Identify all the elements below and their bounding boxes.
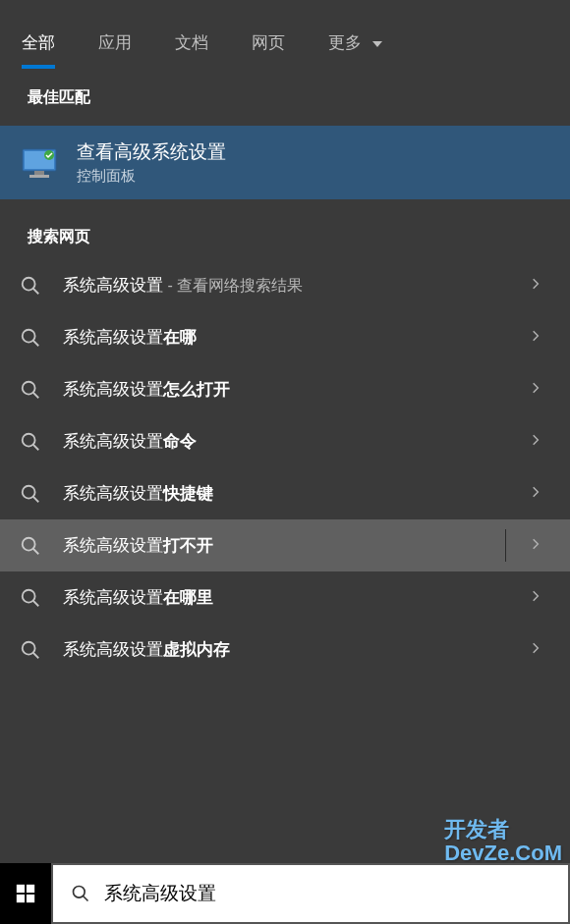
result-text: 系统高级设置在哪	[63, 326, 529, 349]
best-match-text: 查看高级系统设置 控制面板	[77, 139, 226, 186]
expand-button[interactable]	[529, 327, 542, 348]
section-web-search: 搜索网页	[0, 205, 570, 259]
svg-rect-4	[29, 175, 49, 178]
search-result-item[interactable]: 系统高级设置在哪	[0, 311, 570, 363]
search-box[interactable]	[51, 863, 570, 924]
result-text: 系统高级设置怎么打开	[63, 378, 529, 401]
search-panel: 全部 应用 文档 网页 更多 最佳匹配 查看高级系统设置 控制面板 搜索网页	[0, 0, 570, 676]
svg-rect-3	[34, 171, 44, 175]
svg-rect-21	[17, 885, 25, 893]
svg-point-13	[23, 485, 35, 498]
chevron-right-icon	[529, 641, 542, 655]
svg-point-11	[23, 433, 35, 446]
monitor-icon	[20, 143, 59, 183]
filter-tabs: 全部 应用 文档 网页 更多	[0, 0, 570, 66]
tab-all[interactable]: 全部	[0, 20, 77, 66]
search-result-item[interactable]: 系统高级设置在哪里	[0, 571, 570, 624]
chevron-right-icon	[529, 381, 542, 395]
svg-point-15	[23, 537, 35, 550]
svg-point-9	[23, 381, 35, 394]
svg-point-19	[23, 641, 35, 654]
search-result-item[interactable]: 系统高级设置怎么打开	[0, 363, 570, 415]
chevron-right-icon	[529, 589, 542, 603]
start-button[interactable]	[0, 863, 51, 924]
chevron-right-icon	[529, 537, 542, 551]
tab-more-label: 更多	[328, 33, 362, 52]
watermark-line1: 开发者	[444, 818, 562, 842]
search-icon	[20, 379, 41, 401]
tab-doc[interactable]: 文档	[153, 20, 230, 66]
svg-point-5	[23, 277, 35, 290]
watermark: 开发者 DevZe.CoM	[444, 818, 562, 865]
svg-line-6	[33, 288, 39, 294]
result-text: 系统高级设置虚拟内存	[63, 638, 529, 661]
svg-line-12	[33, 444, 39, 450]
search-input[interactable]	[104, 883, 550, 904]
svg-line-18	[33, 600, 39, 606]
search-result-item[interactable]: 系统高级设置 - 查看网络搜索结果	[0, 259, 570, 311]
chevron-right-icon	[529, 485, 542, 499]
svg-line-20	[33, 652, 39, 658]
best-match-title: 查看高级系统设置	[77, 139, 226, 165]
search-result-item[interactable]: 系统高级设置虚拟内存	[0, 624, 570, 676]
chevron-right-icon	[529, 433, 542, 447]
taskbar	[0, 863, 570, 924]
result-text: 系统高级设置快捷键	[63, 482, 529, 505]
result-text: 系统高级设置打不开	[63, 534, 529, 557]
svg-line-10	[33, 392, 39, 398]
best-match-item[interactable]: 查看高级系统设置 控制面板	[0, 126, 570, 199]
svg-line-26	[84, 897, 88, 901]
chevron-right-icon	[529, 329, 542, 343]
search-icon	[20, 639, 41, 661]
chevron-right-icon	[529, 277, 542, 291]
search-icon	[20, 587, 41, 609]
expand-button[interactable]	[529, 379, 542, 400]
svg-rect-22	[27, 885, 34, 893]
svg-rect-23	[17, 895, 25, 902]
search-icon	[20, 535, 41, 557]
svg-point-25	[74, 887, 86, 898]
search-icon	[20, 483, 41, 505]
result-text: 系统高级设置命令	[63, 430, 529, 453]
svg-line-14	[33, 496, 39, 502]
svg-point-7	[23, 329, 35, 342]
watermark-line2: DevZe.CoM	[444, 842, 562, 865]
search-icon	[71, 884, 90, 903]
expand-button[interactable]	[529, 483, 542, 504]
svg-rect-24	[27, 895, 34, 902]
tab-web[interactable]: 网页	[230, 20, 307, 66]
expand-button[interactable]	[529, 535, 542, 556]
chevron-down-icon	[372, 41, 382, 47]
result-text: 系统高级设置在哪里	[63, 586, 529, 609]
search-icon	[20, 431, 41, 453]
section-best-match: 最佳匹配	[0, 66, 570, 120]
expand-button[interactable]	[529, 431, 542, 452]
windows-icon	[15, 883, 36, 904]
svg-line-8	[33, 340, 39, 346]
svg-line-16	[33, 548, 39, 554]
svg-point-17	[23, 589, 35, 602]
search-icon	[20, 327, 41, 349]
results-list: 系统高级设置 - 查看网络搜索结果 系统高级设置在哪 系统高级设置怎么打开 系统…	[0, 259, 570, 676]
search-result-item[interactable]: 系统高级设置快捷键	[0, 467, 570, 519]
result-text: 系统高级设置 - 查看网络搜索结果	[63, 274, 529, 297]
tab-app[interactable]: 应用	[77, 20, 153, 66]
best-match-subtitle: 控制面板	[77, 167, 226, 186]
search-result-item[interactable]: 系统高级设置命令	[0, 415, 570, 467]
expand-button[interactable]	[529, 587, 542, 608]
search-icon	[20, 275, 41, 297]
expand-button[interactable]	[529, 639, 542, 660]
search-result-item[interactable]: 系统高级设置打不开	[0, 519, 570, 571]
expand-button[interactable]	[529, 275, 542, 296]
tab-more[interactable]: 更多	[307, 20, 404, 66]
